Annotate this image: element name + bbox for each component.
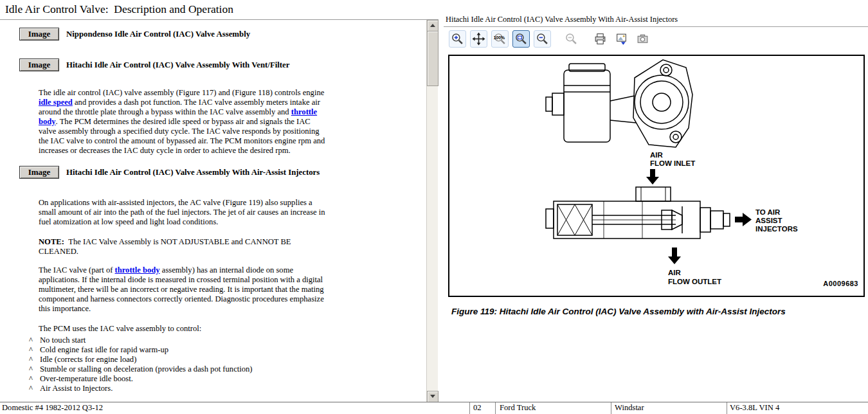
image-export-icon (615, 32, 628, 46)
section-row: Image Hitachi Idle Air Control (IAC) Val… (19, 166, 426, 179)
list-item: ^Idle (corrects for engine load) (29, 355, 426, 364)
paragraph-text: The IAC valve (part of (39, 266, 115, 274)
inlet-down-arrow-icon (646, 169, 659, 184)
status-cell-engine: V6-3.8L VIN 4 (730, 403, 779, 413)
link-throttle-body[interactable]: throttle body (115, 266, 160, 274)
note-text: The IAC Valve Assembly is NOT ADJUSTABLE… (39, 237, 291, 256)
image-frame[interactable]: AIR FLOW INLET (448, 55, 865, 297)
link-idle-speed[interactable]: idle speed (39, 98, 73, 107)
caret-bullet-icon: ^ (29, 355, 40, 364)
magnifier-plus-icon (451, 32, 464, 46)
status-separator (469, 402, 470, 414)
page-title: Idle Air Control Valve: Description and … (5, 3, 233, 16)
zoom-window-button[interactable] (512, 30, 530, 48)
status-separator (727, 402, 727, 414)
description-content: Image Nippondenso Idle Air Control (IAC)… (0, 20, 426, 402)
app-window: Idle Air Control Valve: Description and … (0, 0, 868, 414)
magnifier-window-icon (514, 32, 528, 46)
caret-bullet-icon: ^ (29, 345, 40, 355)
status-cell-model: Windstar (615, 403, 644, 413)
section-row: Image Hitachi Idle Air Control (IAC) Val… (19, 59, 426, 71)
viewer-divider (444, 26, 868, 27)
note-label: NOTE: (39, 237, 64, 246)
part-number-label: A0009683 (823, 280, 858, 287)
control-list: ^No touch start ^Cold engine fast idle f… (29, 336, 426, 393)
section-heading: Hitachi Idle Air Control (IAC) Valve Ass… (66, 60, 289, 70)
air-flow-inlet-label-line1: AIR (650, 151, 664, 159)
list-item: ^No touch start (29, 336, 426, 345)
section-row: Image Nippondenso Idle Air Control (IAC)… (19, 28, 426, 40)
list-item-text: Idle (corrects for engine load) (40, 355, 136, 364)
air-flow-inlet-label-line2: FLOW INLET (650, 159, 695, 167)
air-flow-outlet-label-line1: AIR (668, 269, 682, 276)
outlet-down-arrow-icon (668, 248, 681, 264)
air-flow-outlet-label-line2: FLOW OUTLET (668, 278, 721, 285)
list-item-text: Cold engine fast idle for rapid warm-up (40, 345, 168, 355)
to-air-assist-injectors-label-line1: TO AIR (755, 208, 781, 216)
section-heading: Hitachi Idle Air Control (IAC) Valve Ass… (66, 168, 320, 177)
status-cell-make: Ford Truck (500, 403, 536, 413)
figure-caption: Figure 119: Hitachi Idle Air Control (IA… (451, 307, 786, 316)
list-intro: The PCM uses the IAC valve assembly to c… (39, 324, 329, 334)
image-capture-icon (636, 32, 649, 46)
list-item: ^Cold engine fast idle for rapid warm-up (29, 345, 426, 355)
paragraph-text: . The PCM determines the desired idle sp… (39, 117, 325, 155)
status-separator (611, 402, 611, 414)
list-item-text: Air Assist to Injectors. (40, 384, 113, 393)
to-air-assist-injectors-label-line3: INJECTORS (755, 225, 798, 233)
printer-icon (593, 32, 607, 46)
status-cell-code: 02 (473, 403, 482, 413)
viewer-header: Hitachi Idle Air Control (IAC) Valve Ass… (446, 15, 678, 24)
paragraph: The idle air control (IAC) valve assembl… (39, 88, 329, 156)
viewer-toolbar: 100% (449, 30, 655, 48)
list-item: ^Air Assist to Injectors. (29, 384, 426, 393)
list-item-text: Over-temperature idle boost. (40, 374, 133, 384)
image-button[interactable]: Image (19, 28, 59, 40)
paragraph: The IAC valve (part of throttle body ass… (39, 266, 329, 314)
caret-bullet-icon: ^ (29, 336, 40, 345)
description-panel: Image Nippondenso Idle Air Control (IAC)… (0, 19, 439, 402)
list-item: ^Over-temperature idle boost. (29, 374, 426, 384)
zoom-100-label: 100% (494, 35, 505, 40)
caret-bullet-icon: ^ (29, 364, 40, 374)
pan-button[interactable] (470, 30, 487, 48)
status-separator (495, 402, 496, 414)
valve-diagram: AIR FLOW INLET (449, 56, 863, 296)
zoom-100-button[interactable]: 100% (491, 30, 509, 48)
status-cell-database: Domestic #4 1982-2012 Q3-12 (2, 403, 103, 413)
status-bar: Domestic #4 1982-2012 Q3-12 02 Ford Truc… (0, 402, 868, 414)
scroll-up-icon (430, 24, 435, 27)
list-item: ^Stumble or stalling on deceleration (pr… (29, 364, 426, 374)
image-button[interactable]: Image (19, 59, 59, 71)
list-item-text: No touch start (40, 336, 86, 345)
paragraph: On applications with air-assisted inject… (39, 198, 329, 227)
note-paragraph: NOTE: The IAC Valve Assembly is NOT ADJU… (39, 237, 309, 256)
injectors-right-arrow-icon (735, 213, 752, 226)
vertical-scrollbar[interactable] (426, 20, 438, 402)
list-item-text: Stumble or stalling on deceleration (pro… (40, 364, 253, 374)
caret-bullet-icon: ^ (29, 384, 40, 393)
image-capture-button[interactable] (634, 30, 651, 48)
zoom-in-button[interactable] (449, 30, 466, 48)
zoom-out-button[interactable] (534, 30, 551, 48)
scroll-down-button[interactable] (427, 391, 439, 402)
image-export-button[interactable] (613, 30, 630, 48)
paragraph-text: and provides a dash pot function. The IA… (39, 98, 320, 116)
section-heading: Nippondenso Idle Air Control (IAC) Valve… (66, 30, 250, 39)
pan-icon (472, 32, 485, 46)
magnifier-disabled-icon (565, 32, 578, 46)
paragraph-text: The idle air control (IAC) valve assembl… (39, 88, 324, 97)
image-button[interactable]: Image (19, 166, 59, 179)
scroll-down-icon (430, 395, 435, 398)
magnifier-minus-icon (536, 32, 549, 46)
scroll-thumb[interactable] (427, 31, 439, 86)
print-button[interactable] (592, 30, 609, 48)
zoom-previous-button (563, 30, 580, 48)
scroll-up-button[interactable] (427, 20, 439, 32)
magnifier-100-icon: 100% (493, 32, 507, 46)
image-viewer-panel: Hitachi Idle Air Control (IAC) Valve Ass… (444, 0, 868, 402)
caret-bullet-icon: ^ (29, 374, 40, 384)
to-air-assist-injectors-label-line2: ASSIST (755, 217, 782, 224)
